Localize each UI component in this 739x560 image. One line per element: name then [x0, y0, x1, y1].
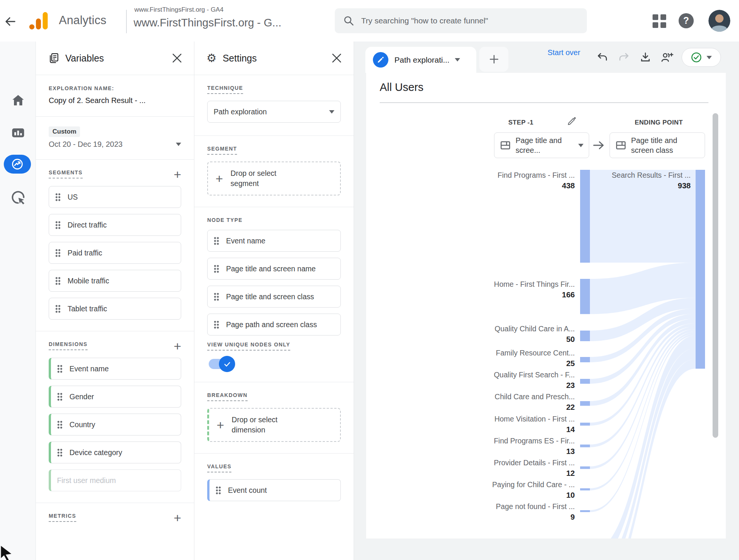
- source-node-bar[interactable]: [580, 510, 590, 512]
- user-avatar[interactable]: [708, 10, 730, 32]
- path-sankey-chart[interactable]: [366, 73, 726, 538]
- svg-text:?: ?: [683, 15, 689, 26]
- explore-icon[interactable]: [4, 155, 31, 174]
- dimension-chip[interactable]: Country: [49, 414, 181, 435]
- source-node-bar[interactable]: [580, 331, 590, 341]
- values-label: VALUES: [207, 463, 231, 472]
- technique-label: TECHNIQUE: [207, 85, 243, 94]
- settings-panel: ⚙ Settings TECHNIQUE Path exploration SE…: [194, 42, 354, 560]
- segment-drop-target[interactable]: + Drop or select segment: [207, 162, 341, 195]
- source-node-bar[interactable]: [580, 445, 590, 447]
- node-type-chip[interactable]: Event name: [207, 230, 341, 252]
- node-type-section: NODE TYPE Event namePage title and scree…: [194, 207, 354, 382]
- add-dimension-button[interactable]: +: [174, 341, 181, 351]
- segment-chip[interactable]: US: [49, 186, 181, 208]
- dimension-chip-label: Gender: [69, 392, 94, 402]
- property-selector[interactable]: www.FirstThingsFirst.org - G...: [134, 17, 282, 29]
- source-node-bar[interactable]: [580, 170, 590, 263]
- drag-handle-icon: [57, 392, 63, 401]
- exploration-canvas: Path explorati... Start over: [354, 42, 739, 560]
- exploration-name-value[interactable]: Copy of 2. Search Result - ...: [49, 96, 181, 105]
- add-metric-button[interactable]: +: [174, 513, 181, 523]
- value-chip[interactable]: Event count: [207, 479, 341, 501]
- node-type-chip[interactable]: Page title and screen name: [207, 258, 341, 280]
- close-variables-icon[interactable]: [172, 53, 182, 63]
- dimension-chip-label: Device category: [69, 448, 122, 457]
- share-user-icon[interactable]: [660, 51, 673, 63]
- chevron-down-icon: [455, 58, 460, 62]
- help-icon[interactable]: ?: [678, 12, 694, 29]
- dimension-chip[interactable]: Device category: [49, 442, 181, 463]
- app-header: Analytics www.FirstThingsFirst.org - GA4…: [0, 0, 739, 42]
- segment-chip[interactable]: Mobile traffic: [49, 270, 181, 292]
- source-node-bar[interactable]: [580, 379, 590, 384]
- drag-handle-icon: [57, 420, 63, 429]
- advertising-icon[interactable]: [0, 189, 36, 205]
- back-arrow-icon[interactable]: [4, 15, 17, 28]
- search-icon: [343, 15, 354, 26]
- start-over-button[interactable]: Start over: [546, 48, 582, 57]
- date-range-selector[interactable]: Oct 20 - Dec 19, 2023: [49, 140, 181, 149]
- values-list: Event count: [207, 479, 341, 501]
- add-segment-button[interactable]: +: [174, 169, 181, 179]
- source-node-bar[interactable]: [580, 401, 590, 406]
- dimension-chip[interactable]: Gender: [49, 386, 181, 408]
- source-node-bar[interactable]: [580, 279, 590, 314]
- technique-value: Path exploration: [214, 107, 267, 117]
- segment-chip[interactable]: Direct traffic: [49, 214, 181, 236]
- sankey-ribbon[interactable]: [590, 170, 696, 263]
- technique-section: TECHNIQUE Path exploration: [194, 75, 354, 136]
- drag-handle-icon: [214, 292, 219, 301]
- drag-handle-icon: [55, 277, 61, 285]
- target-node-bar[interactable]: [696, 170, 705, 369]
- technique-select[interactable]: Path exploration: [207, 101, 341, 123]
- drag-handle-icon: [55, 221, 61, 229]
- source-node-bar[interactable]: [580, 423, 590, 426]
- node-type-list: Event namePage title and screen namePage…: [207, 230, 341, 335]
- node-type-chip-label: Page title and screen class: [226, 292, 314, 302]
- property-breadcrumb: www.FirstThingsFirst.org - GA4: [134, 6, 223, 14]
- plus-icon: +: [216, 174, 223, 184]
- segment-chip-label: Mobile traffic: [68, 276, 109, 286]
- settings-panel-header: ⚙ Settings: [194, 42, 354, 75]
- dimension-chip[interactable]: Event name: [49, 358, 181, 380]
- metrics-label: METRICS: [49, 513, 76, 522]
- unique-nodes-toggle[interactable]: [209, 359, 233, 369]
- node-type-chip[interactable]: Page title and screen class: [207, 286, 341, 308]
- breakdown-drop-target[interactable]: + Drop or select dimension: [207, 408, 341, 442]
- drag-handle-icon: [216, 486, 221, 495]
- undo-icon[interactable]: [596, 51, 608, 63]
- source-node-bar[interactable]: [580, 488, 590, 491]
- dimension-chip[interactable]: First user medium: [49, 469, 181, 491]
- segment-chip-label: Direct traffic: [68, 220, 107, 230]
- segment-chip[interactable]: Tablet traffic: [49, 298, 181, 320]
- chart-scrollbar[interactable]: [713, 113, 718, 438]
- reports-icon[interactable]: [0, 125, 36, 140]
- node-type-label: NODE TYPE: [207, 217, 243, 223]
- segment-label: SEGMENT: [207, 146, 237, 155]
- drag-handle-icon: [214, 320, 219, 329]
- drag-handle-icon: [214, 237, 219, 245]
- redo-icon[interactable]: [618, 51, 630, 63]
- status-approved-dropdown[interactable]: [682, 48, 721, 67]
- date-preset-badge[interactable]: Custom: [49, 126, 80, 137]
- segment-chip[interactable]: Paid traffic: [49, 242, 181, 264]
- variables-icon: [48, 52, 59, 64]
- value-chip-label: Event count: [228, 485, 267, 495]
- settings-gear-icon: ⚙: [206, 52, 217, 64]
- close-settings-icon[interactable]: [332, 53, 342, 63]
- path-exploration-card: All Users STEP -1 ENDING POINT Page titl…: [366, 73, 726, 538]
- download-icon[interactable]: [639, 51, 651, 63]
- variables-panel: Variables EXPLORATION NAME: Copy of 2. S…: [36, 42, 194, 560]
- analytics-logo-icon[interactable]: [29, 11, 48, 30]
- source-node-bar[interactable]: [580, 466, 590, 469]
- drag-handle-icon: [55, 249, 61, 257]
- date-range-value: Oct 20 - Dec 19, 2023: [49, 140, 123, 149]
- search-input[interactable]: Try searching "how to create funnel": [335, 8, 587, 33]
- home-icon[interactable]: [0, 93, 36, 108]
- node-type-chip[interactable]: Page path and screen class: [207, 314, 341, 335]
- apps-grid-icon[interactable]: [653, 14, 666, 28]
- tab-path-exploration[interactable]: Path explorati...: [365, 47, 476, 73]
- add-tab-button[interactable]: [479, 47, 508, 72]
- source-node-bar[interactable]: [580, 357, 590, 362]
